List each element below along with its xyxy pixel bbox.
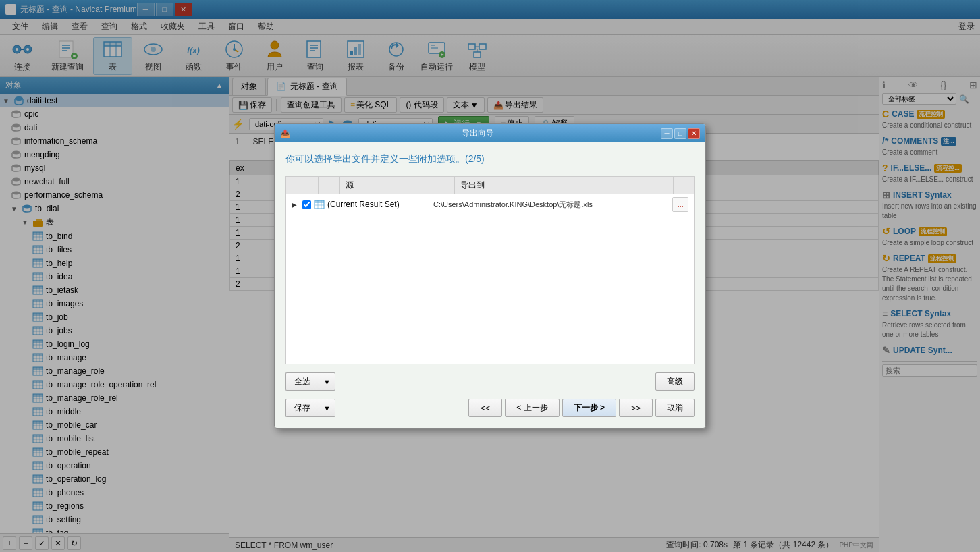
table-icon-row bbox=[314, 199, 325, 210]
prev-button[interactable]: < 上一步 bbox=[505, 399, 559, 417]
dialog-left-buttons: 全选 ▼ bbox=[285, 372, 335, 391]
dialog-title-text: 导出向导 bbox=[462, 128, 494, 139]
dialog-window-controls: ─ □ ✕ bbox=[661, 128, 700, 139]
dialog-close-button[interactable]: ✕ bbox=[688, 128, 700, 139]
select-all-group: 全选 ▼ bbox=[285, 372, 335, 391]
select-all-button[interactable]: 全选 bbox=[285, 372, 319, 391]
dialog-table-area: 源 导出到 ▶ bbox=[285, 176, 695, 364]
browse-button[interactable]: ... bbox=[672, 197, 688, 212]
row-expand-arrow[interactable]: ▶ bbox=[292, 201, 302, 209]
select-all-dropdown[interactable]: ▼ bbox=[319, 372, 335, 391]
row-dest-text: C:\Users\Administrator.KING\Desktop\无标题.… bbox=[433, 200, 672, 210]
dialog-header-action-col bbox=[674, 177, 694, 194]
cancel-button[interactable]: 取消 bbox=[655, 399, 695, 417]
dialog-minimize-button[interactable]: ─ bbox=[661, 128, 673, 139]
dialog-header-text: 你可以选择导出文件并定义一些附加选项。(2/5) bbox=[285, 153, 695, 165]
advanced-button[interactable]: 高级 bbox=[655, 372, 695, 391]
svg-rect-173 bbox=[315, 200, 324, 203]
row-checkbox[interactable] bbox=[302, 200, 311, 209]
dialog-icon: 📤 bbox=[280, 129, 290, 138]
row-source-text: (Current Result Set) bbox=[327, 200, 400, 209]
dialog-table-row: ▶ (Current Result Set) C:\Users\Administ… bbox=[286, 194, 694, 215]
export-wizard-dialog: 📤 导出向导 ─ □ ✕ 你可以选择导出文件并定义一些附加选项。(2/5) 源 … bbox=[274, 123, 706, 429]
dialog-save-dropdown[interactable]: ▼ bbox=[319, 399, 335, 417]
dialog-header-arrow-col bbox=[286, 177, 319, 194]
row-source: (Current Result Set) bbox=[314, 199, 433, 210]
modal-overlay: 📤 导出向导 ─ □ ✕ 你可以选择导出文件并定义一些附加选项。(2/5) 源 … bbox=[0, 0, 980, 552]
dialog-save-button[interactable]: 保存 bbox=[285, 399, 319, 417]
dialog-empty-space bbox=[286, 215, 694, 364]
dialog-title-bar: 📤 导出向导 ─ □ ✕ bbox=[275, 124, 705, 142]
dialog-right-buttons: 高级 bbox=[655, 372, 695, 391]
dialog-content: 你可以选择导出文件并定义一些附加选项。(2/5) 源 导出到 ▶ bbox=[275, 142, 705, 428]
dialog-table-header: 源 导出到 bbox=[286, 177, 694, 194]
dialog-maximize-button[interactable]: □ bbox=[674, 128, 686, 139]
dialog-header-source: 源 bbox=[340, 177, 455, 194]
dialog-nav-buttons: << < 上一步 下一步 > >> 取消 bbox=[468, 399, 695, 417]
dialog-header-check-col bbox=[319, 177, 340, 194]
dialog-nav-row: 保存 ▼ << < 上一步 下一步 > >> 取消 bbox=[285, 399, 695, 417]
dialog-header-dest: 导出到 bbox=[455, 177, 674, 194]
save-group: 保存 ▼ bbox=[285, 399, 335, 417]
save-nav-group: 保存 ▼ bbox=[285, 399, 335, 417]
last-button[interactable]: >> bbox=[619, 399, 653, 417]
first-button[interactable]: << bbox=[468, 399, 502, 417]
next-button[interactable]: 下一步 > bbox=[562, 399, 616, 417]
dialog-bottom-buttons: 全选 ▼ 高级 bbox=[285, 372, 695, 391]
